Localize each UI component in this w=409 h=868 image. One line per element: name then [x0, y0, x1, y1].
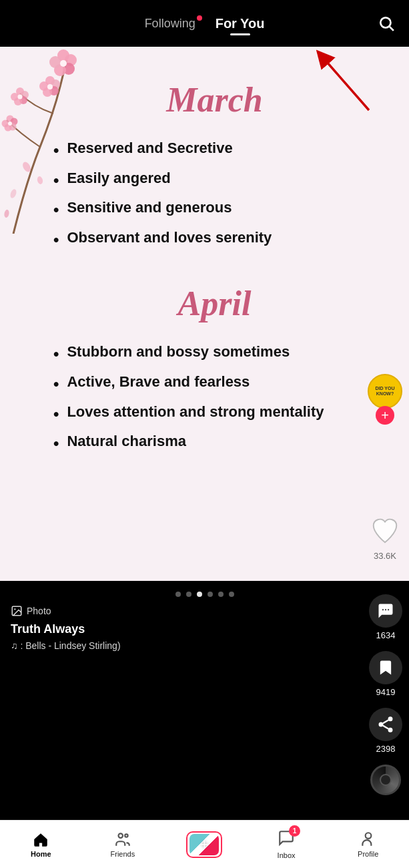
april-title: April	[53, 284, 376, 323]
dot-1[interactable]	[175, 592, 181, 597]
list-item: Loves attention and strong mentality	[53, 402, 376, 425]
bookmark-icon	[376, 658, 395, 677]
inbox-badge-wrapper: 1	[278, 829, 295, 849]
svg-line-35	[383, 726, 388, 729]
create-button-inner: +	[189, 834, 219, 855]
list-item: Reserved and Secretive	[53, 138, 376, 162]
profile-icon	[360, 831, 377, 848]
comments-action[interactable]: 1634	[369, 594, 402, 640]
nav-profile[interactable]: Profile	[327, 831, 409, 858]
search-button[interactable]	[374, 11, 398, 35]
slide-dots	[0, 581, 409, 605]
disc-icon	[370, 765, 401, 795]
search-icon	[378, 15, 395, 32]
tab-following[interactable]: Following	[145, 17, 195, 31]
inbox-badge-count: 1	[289, 825, 300, 837]
svg-point-41	[365, 833, 371, 839]
svg-point-33	[385, 609, 386, 610]
list-item: Sensitive and generous	[53, 198, 376, 221]
nav-create[interactable]: +	[163, 831, 246, 858]
comments-icon-circle	[369, 594, 402, 628]
create-button[interactable]: +	[186, 831, 222, 858]
inbox-label: Inbox	[278, 851, 296, 859]
bookmark-action[interactable]: 9419	[369, 651, 402, 697]
april-list: Stubborn and bossy sometimes Active, Bra…	[53, 342, 376, 454]
post-type-label: Photo	[11, 605, 398, 617]
share-action[interactable]: 2398	[369, 708, 402, 754]
svg-point-38	[14, 608, 15, 610]
post-username[interactable]: Truth Always	[11, 622, 398, 636]
svg-point-40	[125, 834, 127, 837]
dot-3-active[interactable]	[197, 592, 202, 597]
home-icon	[32, 831, 49, 848]
share-icon	[376, 715, 395, 734]
bottom-nav: Home Friends + 1 Inbox	[0, 820, 409, 868]
like-button[interactable]	[368, 513, 402, 548]
svg-point-32	[382, 609, 384, 610]
nav-home[interactable]: Home	[0, 831, 82, 858]
heart-icon	[370, 515, 400, 546]
card-inner: March Reserved and Secretive Easily ange…	[0, 47, 409, 515]
sidebar-actions: 1634 9419	[369, 581, 402, 795]
list-item: Observant and loves serenity	[53, 228, 376, 251]
svg-point-34	[388, 609, 389, 610]
share-icon-circle	[369, 708, 402, 741]
svg-line-36	[383, 720, 388, 724]
feed-item: March Reserved and Secretive Easily ange…	[0, 47, 409, 664]
nav-inbox[interactable]: 1 Inbox	[246, 829, 328, 859]
black-section: 1634 9419	[0, 581, 409, 664]
dot-5[interactable]	[218, 592, 224, 597]
top-bar: Following For You	[0, 0, 409, 47]
list-item: Easily angered	[53, 168, 376, 192]
post-music[interactable]: ♫ : Bells - Lindsey Stirling)	[11, 640, 398, 651]
did-you-know-badge[interactable]: DID YOU KNOW? +	[368, 374, 402, 425]
list-item: Stubborn and bossy sometimes	[53, 342, 376, 365]
friends-icon	[114, 831, 131, 848]
like-section: 33.6K	[368, 513, 402, 561]
comments-icon	[376, 602, 395, 620]
post-info: Photo Truth Always ♫ : Bells - Lindsey S…	[0, 605, 409, 658]
dot-2[interactable]	[186, 592, 191, 597]
tab-for-you[interactable]: For You	[216, 16, 265, 31]
march-list: Reserved and Secretive Easily angered Se…	[53, 138, 376, 250]
march-title: March	[53, 80, 376, 120]
content-card: March Reserved and Secretive Easily ange…	[0, 47, 409, 581]
svg-line-1	[390, 27, 394, 31]
profile-label: Profile	[358, 850, 378, 858]
following-notification-dot	[197, 15, 202, 21]
shares-count: 2398	[376, 744, 396, 754]
list-item: Active, Brave and fearless	[53, 372, 376, 395]
svg-point-0	[380, 17, 390, 27]
dot-6[interactable]	[229, 592, 234, 597]
nav-friends[interactable]: Friends	[82, 831, 164, 858]
music-disc[interactable]	[370, 765, 401, 795]
bookmark-icon-circle	[369, 651, 402, 684]
likes-count: 33.6K	[374, 551, 396, 561]
friends-label: Friends	[111, 850, 135, 858]
dyk-plus-button[interactable]: +	[376, 406, 394, 425]
comments-count: 1634	[376, 630, 396, 640]
feed-tabs: Following For You	[145, 16, 265, 31]
bookmarks-count: 9419	[376, 687, 396, 697]
svg-point-39	[118, 833, 123, 838]
photo-icon	[11, 605, 23, 617]
list-item: Natural charisma	[53, 431, 376, 455]
home-label: Home	[31, 850, 51, 858]
dyk-circle: DID YOU KNOW?	[368, 374, 402, 409]
dot-4[interactable]	[208, 592, 213, 597]
